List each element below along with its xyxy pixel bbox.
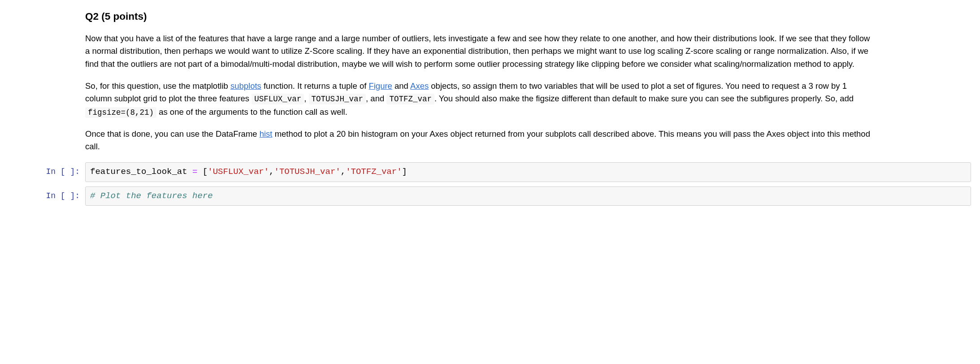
code-token-operator: = [187, 167, 203, 177]
input-prompt: In [ ]: [0, 162, 85, 178]
code-token-variable: features_to_look_at [90, 167, 187, 177]
code-input[interactable]: # Plot the features here [85, 186, 971, 206]
text-segment: Once that is done, you can use the DataF… [85, 129, 260, 139]
link-axes[interactable]: Axes [410, 81, 429, 91]
paragraph-2: So, for this question, use the matplotli… [85, 80, 874, 119]
text-segment: function. It returns a tuple of [261, 81, 369, 91]
inline-code-usflux: USFLUX_var [252, 94, 304, 104]
code-input[interactable]: features_to_look_at = ['USFLUX_var','TOT… [85, 162, 971, 182]
text-segment: . You should also make the figsize diffe… [434, 94, 854, 103]
inline-code-totfz: TOTFZ_var [386, 94, 434, 104]
notebook-container: Q2 (5 points) Now that you have a list o… [0, 9, 980, 206]
code-token-punct: , [341, 167, 346, 177]
inline-code-totusjh: TOTUSJH_var [309, 94, 366, 104]
markdown-cell: Q2 (5 points) Now that you have a list o… [0, 9, 883, 153]
text-segment: , and [366, 94, 386, 103]
code-token-string: 'TOTUSJH_var' [274, 167, 341, 177]
code-token-punct: [ [203, 167, 208, 177]
text-segment: So, for this question, use the matplotli… [85, 81, 230, 91]
code-token-comment: # Plot the features here [90, 191, 213, 201]
text-segment: and [392, 81, 410, 91]
text-segment: as one of the arguments to the function … [156, 107, 347, 117]
link-hist[interactable]: hist [260, 129, 273, 139]
paragraph-3: Once that is done, you can use the DataF… [85, 128, 874, 153]
input-prompt: In [ ]: [0, 186, 85, 202]
inline-code-figsize: figsize=(8,21) [85, 107, 156, 118]
code-token-punct: , [269, 167, 274, 177]
code-cell-2: In [ ]: # Plot the features here [0, 186, 980, 206]
code-token-string: 'USFLUX_var' [208, 167, 269, 177]
link-figure[interactable]: Figure [369, 81, 392, 91]
text-segment: , [304, 94, 308, 103]
code-token-punct: ] [402, 167, 407, 177]
link-subplots[interactable]: subplots [230, 81, 261, 91]
markdown-content: Q2 (5 points) Now that you have a list o… [85, 9, 874, 153]
question-heading: Q2 (5 points) [85, 9, 874, 24]
paragraph-1: Now that you have a list of the features… [85, 32, 874, 71]
code-token-string: 'TOTFZ_var' [346, 167, 402, 177]
code-cell-1: In [ ]: features_to_look_at = ['USFLUX_v… [0, 162, 980, 182]
